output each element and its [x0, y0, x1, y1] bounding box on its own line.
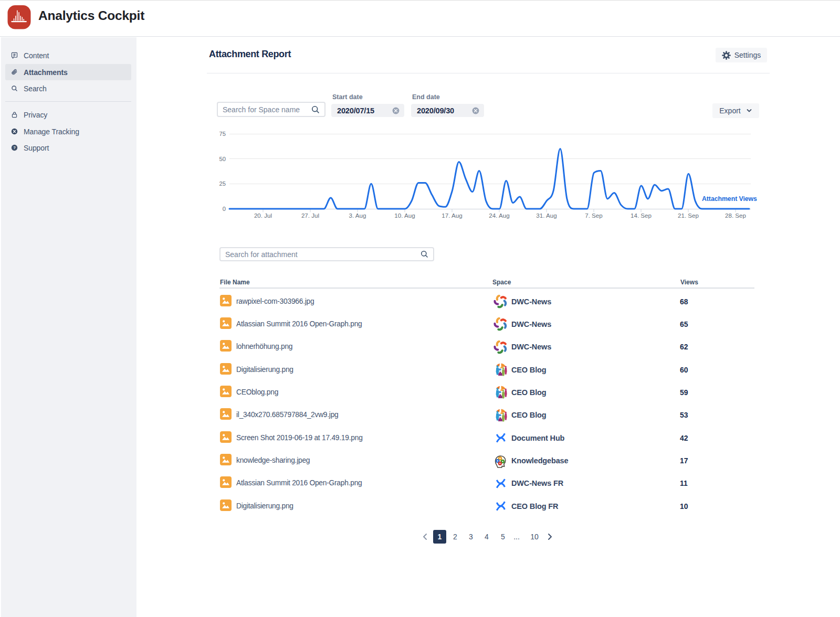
svg-text:28. Sep: 28. Sep — [725, 212, 746, 219]
svg-text:25: 25 — [219, 180, 226, 187]
svg-text:24. Aug: 24. Aug — [489, 212, 509, 219]
svg-text:27. Jul: 27. Jul — [301, 212, 319, 219]
svg-text:?: ? — [13, 145, 16, 150]
svg-text:14. Sep: 14. Sep — [631, 212, 652, 219]
svg-text:17. Aug: 17. Aug — [442, 212, 462, 219]
svg-text:21. Sep: 21. Sep — [678, 212, 699, 219]
svg-text:10. Aug: 10. Aug — [394, 212, 415, 219]
svg-text:50: 50 — [219, 156, 226, 162]
svg-text:Attachment Views: Attachment Views — [702, 195, 757, 203]
svg-text:31. Aug: 31. Aug — [536, 212, 556, 219]
svg-text:3. Aug: 3. Aug — [349, 212, 366, 219]
svg-text:20. Jul: 20. Jul — [254, 212, 272, 219]
svg-text:7. Sep: 7. Sep — [585, 212, 603, 219]
svg-text:75: 75 — [219, 131, 226, 137]
svg-text:0: 0 — [223, 206, 226, 212]
